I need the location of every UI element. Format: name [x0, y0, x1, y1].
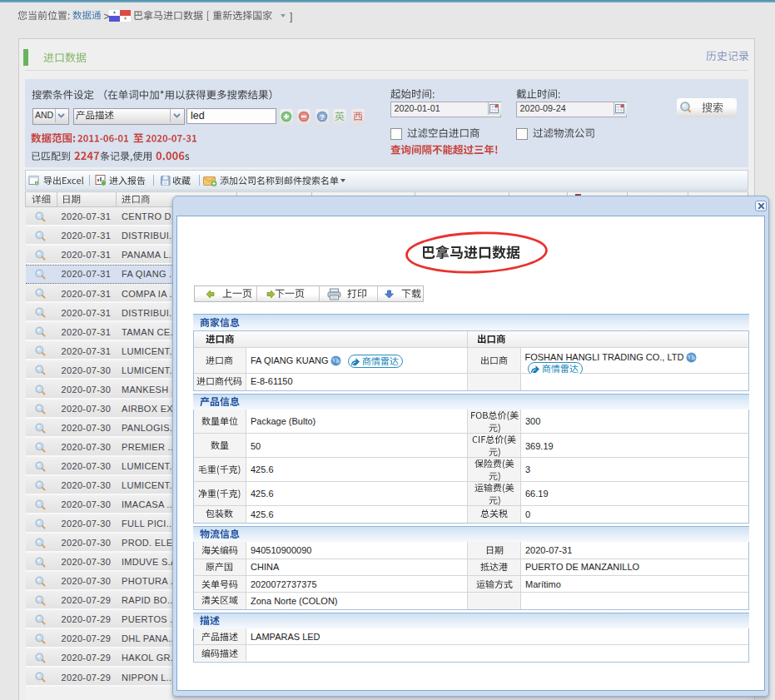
svg-text:?: ?	[320, 112, 325, 122]
